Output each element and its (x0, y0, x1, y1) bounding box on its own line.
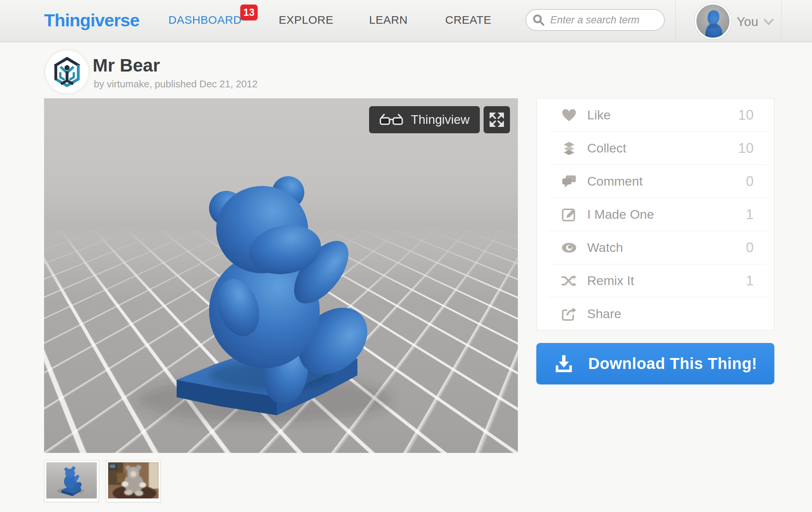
share-button[interactable]: Share (537, 297, 774, 330)
3d-glasses-icon (379, 113, 403, 126)
render-thumbnail-image (46, 462, 97, 498)
nav-explore[interactable]: EXPLORE (279, 14, 333, 26)
notification-badge: 13 (240, 5, 258, 20)
remix-button[interactable]: Remix It 1 (537, 264, 774, 297)
actions-sidebar: Like 10 Collect 10 (536, 98, 774, 331)
like-button[interactable]: Like 10 (537, 99, 774, 131)
action-label: I Made One (587, 207, 654, 222)
action-count: 10 (738, 140, 754, 156)
action-label: Remix It (587, 273, 634, 288)
action-count: 0 (746, 174, 754, 189)
comment-icon (562, 175, 577, 188)
remix-icon (562, 275, 577, 287)
fullscreen-button[interactable] (484, 106, 510, 133)
i-made-one-button[interactable]: I Made One 1 (537, 198, 774, 231)
nav-dashboard[interactable]: DASHBOARD (168, 14, 242, 26)
thingiview-label: Thingiview (411, 113, 470, 127)
download-label: Download This Thing! (588, 355, 757, 373)
share-icon (562, 307, 577, 321)
search-icon (532, 14, 545, 26)
thingiverse-page: Thingiverse DASHBOARD 13 EXPLORE LEARN C… (0, 0, 812, 512)
bear-model-render (44, 98, 518, 453)
action-count: 1 (746, 273, 754, 289)
collect-icon (562, 142, 577, 155)
action-label: Comment (587, 174, 643, 189)
nav-learn[interactable]: LEARN (369, 14, 408, 26)
download-icon (554, 354, 574, 374)
virtumake-logo-icon (53, 56, 81, 87)
header-divider (675, 0, 676, 42)
action-count: 0 (746, 240, 754, 256)
page-title: Mr Bear (93, 55, 160, 76)
comment-button[interactable]: Comment 0 (537, 165, 774, 198)
action-count: 1 (746, 207, 754, 222)
user-menu-label[interactable]: You (737, 14, 758, 29)
thingiview-button[interactable]: Thingiview (369, 106, 480, 133)
made-one-icon (562, 208, 577, 221)
photo-thumbnail[interactable] (106, 460, 161, 502)
user-avatar-bust-icon (696, 5, 730, 38)
thingiverse-logo[interactable]: Thingiverse (44, 10, 139, 30)
byline: by virtumake, published Dec 21, 2012 (94, 78, 258, 90)
chevron-down-icon[interactable] (764, 19, 774, 26)
expand-arrows-icon (489, 112, 505, 128)
user-avatar[interactable] (695, 3, 731, 39)
search-input[interactable] (549, 14, 659, 26)
creator-avatar[interactable] (46, 50, 89, 93)
watch-icon (562, 242, 577, 253)
watch-button[interactable]: Watch 0 (537, 231, 774, 264)
heart-icon (562, 109, 577, 122)
header-divider (781, 0, 781, 42)
nav-create[interactable]: CREATE (445, 14, 491, 26)
model-viewer: Thingiview (44, 98, 518, 453)
search-box (525, 9, 665, 31)
action-count: 10 (738, 107, 754, 123)
photo-thumbnail-image (108, 462, 159, 498)
action-label: Like (587, 108, 611, 122)
collect-button[interactable]: Collect 10 (537, 132, 774, 165)
action-label: Share (587, 306, 621, 321)
render-thumbnail[interactable] (44, 460, 99, 502)
action-label: Watch (587, 240, 623, 255)
top-nav-bar: Thingiverse DASHBOARD 13 EXPLORE LEARN C… (0, 0, 812, 42)
action-label: Collect (587, 141, 626, 155)
download-button[interactable]: Download This Thing! (536, 343, 774, 384)
